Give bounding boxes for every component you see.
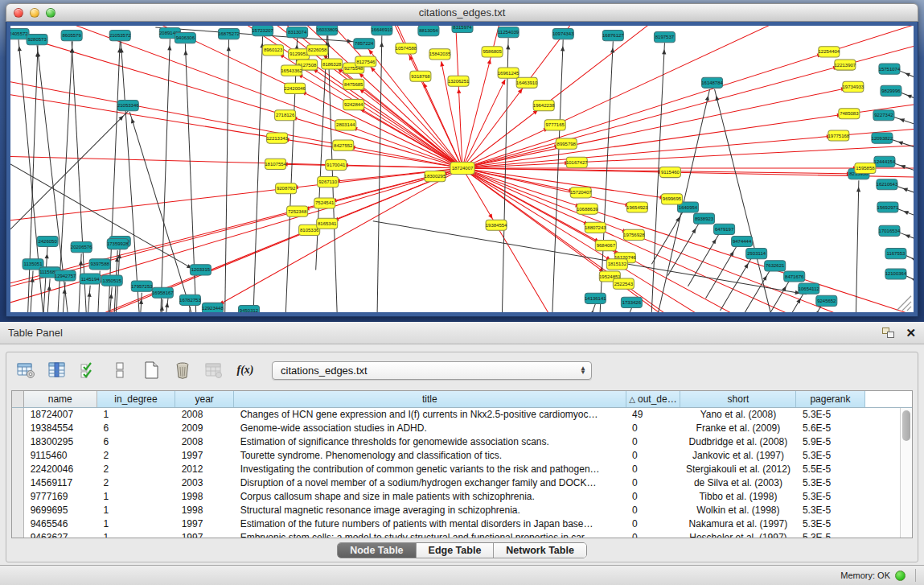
graph-node[interactable]: 19384554 <box>486 220 507 230</box>
graph-node[interactable]: 10974343 <box>552 29 574 39</box>
graph-node[interactable]: 16875272 <box>218 29 240 39</box>
table-selector-combobox[interactable]: citations_edges.txt ▲▼ <box>272 361 592 380</box>
graph-node[interactable]: 2803144 <box>335 120 356 130</box>
graph-node[interactable]: 19775168 <box>828 130 850 141</box>
graph-node[interactable]: 2522543 <box>613 278 634 289</box>
table-scrollbar[interactable] <box>900 408 912 538</box>
graph-node[interactable]: 7524541 <box>314 198 335 208</box>
graph-node[interactable]: 1733426 <box>621 297 642 307</box>
minimize-window-button[interactable] <box>30 8 39 18</box>
graph-node[interactable]: 12942757 <box>55 270 76 281</box>
table-row[interactable]: 1938455462009Genome-wide association stu… <box>12 421 913 435</box>
graph-node[interactable]: 9450312 <box>239 305 260 312</box>
graph-node[interactable]: 1203315 <box>190 265 211 275</box>
graph-node[interactable]: 12100364 <box>885 269 907 279</box>
graph-node[interactable]: 8471676 <box>784 271 805 282</box>
graph-node[interactable]: 16210643 <box>877 179 898 190</box>
tab-node-table[interactable]: Node Table <box>338 543 416 558</box>
graph-node[interactable]: 9699695 <box>661 194 682 204</box>
table-row[interactable]: 2242004622012Investigating the contribut… <box>12 462 913 476</box>
resize-grip-icon[interactable] <box>897 296 911 311</box>
graph-node[interactable]: 10574588 <box>396 43 417 54</box>
graph-node[interactable]: 12444154 <box>874 156 896 167</box>
network-graph-canvas[interactable]: 2405572928057386055792105357220891406940… <box>10 26 914 312</box>
graph-node[interactable]: 9129951 <box>289 49 310 60</box>
graph-node[interactable]: 16646910 <box>372 26 393 35</box>
graph-node[interactable]: 17016534 <box>879 225 901 236</box>
graph-node[interactable]: 9208792 <box>276 183 297 194</box>
graph-node[interactable]: 20206576 <box>71 242 92 253</box>
tab-edge-table[interactable]: Edge Table <box>417 543 495 558</box>
import-table-icon-disabled[interactable] <box>204 360 224 380</box>
column-header-title[interactable]: title <box>234 391 626 407</box>
graph-node[interactable]: 15692971 <box>877 202 899 212</box>
graph-node[interactable]: 8427552 <box>333 140 354 150</box>
graph-node[interactable]: 14136141 <box>585 293 606 303</box>
graph-node[interactable]: 8315974 <box>452 26 473 33</box>
graph-node[interactable]: 16961245 <box>498 68 519 78</box>
close-window-button[interactable] <box>14 8 23 18</box>
graph-node[interactable]: 1145194 <box>80 274 101 284</box>
graph-node[interactable]: 9829996 <box>881 85 901 96</box>
graph-node[interactable]: 7857224 <box>354 39 375 49</box>
graph-node[interactable]: 9406306 <box>175 33 195 43</box>
graph-node[interactable]: 22420046 <box>284 83 306 93</box>
column-header-pagerank[interactable]: pagerank <box>796 391 864 407</box>
graph-node[interactable]: 9397588 <box>89 259 110 270</box>
table-row[interactable]: 1830029562008Estimation of significance … <box>12 435 913 448</box>
graph-node[interactable]: 17957253 <box>131 281 153 291</box>
graph-node[interactable]: 21053346 <box>117 101 139 111</box>
float-panel-icon[interactable] <box>882 328 894 338</box>
graph-node[interactable]: 19654923 <box>626 202 648 212</box>
graph-node[interactable]: 19756928 <box>623 229 645 240</box>
graph-node[interactable]: 8475685 <box>343 79 364 89</box>
zoom-window-button[interactable] <box>46 8 55 18</box>
graph-node[interactable]: 8165341 <box>317 218 338 229</box>
graph-node[interactable]: 1167553 <box>885 249 906 259</box>
column-header-name[interactable]: name <box>23 391 97 407</box>
graph-node[interactable]: 15723207 <box>252 26 273 36</box>
graph-node[interactable]: 2933114 <box>746 249 767 259</box>
graph-node[interactable]: 8938923 <box>694 213 715 224</box>
function-builder-icon[interactable]: f(x) <box>236 360 255 380</box>
graph-node[interactable]: 12254404 <box>818 47 840 57</box>
graph-node[interactable]: 18300295 <box>425 171 446 182</box>
delete-trash-icon[interactable] <box>173 360 192 380</box>
tab-network-table[interactable]: Network Table <box>494 543 586 558</box>
table-row[interactable]: 1872400712008Changes of HCN gene express… <box>12 407 913 421</box>
graph-node[interactable]: 7632621 <box>765 261 786 271</box>
table-row[interactable]: 946554611997Estimation of the future num… <box>12 517 913 530</box>
graph-node[interactable]: 16782753 <box>179 295 201 305</box>
graph-node[interactable]: 12213907 <box>835 60 856 70</box>
graph-node[interactable]: 13206251 <box>448 76 470 86</box>
graph-node[interactable]: 8995798 <box>556 138 577 149</box>
close-panel-icon[interactable]: ✕ <box>906 327 916 339</box>
column-header-year[interactable]: year <box>175 391 234 407</box>
select-all-check-icon[interactable] <box>79 360 98 380</box>
graph-node[interactable]: 7485083 <box>839 109 860 119</box>
graph-node[interactable]: 19642238 <box>533 101 555 111</box>
graph-node[interactable]: 8605579 <box>61 31 82 41</box>
graph-node[interactable]: 9115460 <box>659 167 680 177</box>
graph-node[interactable]: 9245652 <box>816 295 837 306</box>
graph-node[interactable]: 9170041 <box>326 159 347 170</box>
graph-node[interactable]: 1595858 <box>855 163 876 173</box>
graph-node[interactable]: 8960123 <box>263 45 284 56</box>
graph-node[interactable]: 18724007 <box>450 162 474 174</box>
graph-node[interactable]: 9684067 <box>595 240 616 250</box>
table-row[interactable]: 946362711997Embryonic stem cells: a mode… <box>12 530 913 538</box>
graph-node[interactable]: 11254039 <box>498 27 519 38</box>
table-settings-icon[interactable] <box>16 360 35 380</box>
graph-node[interactable]: 16463910 <box>516 77 538 88</box>
graph-node[interactable]: 9227342 <box>873 110 894 121</box>
graph-node[interactable]: 8127546 <box>355 56 376 67</box>
graph-node[interactable]: 9242844 <box>343 100 364 110</box>
graph-node[interactable]: 2718126 <box>275 110 296 121</box>
column-header-out_degree[interactable]: △out_de… <box>626 391 680 407</box>
graph-node[interactable]: 8186328 <box>322 59 343 69</box>
graph-node[interactable]: 19734933 <box>843 81 864 92</box>
window-titlebar[interactable]: citations_edges.txt <box>6 3 918 22</box>
graph-node[interactable]: 9318768 <box>410 71 431 81</box>
graph-node[interactable]: 12213343 <box>266 133 288 143</box>
graph-node[interactable]: 7252348 <box>287 206 308 216</box>
